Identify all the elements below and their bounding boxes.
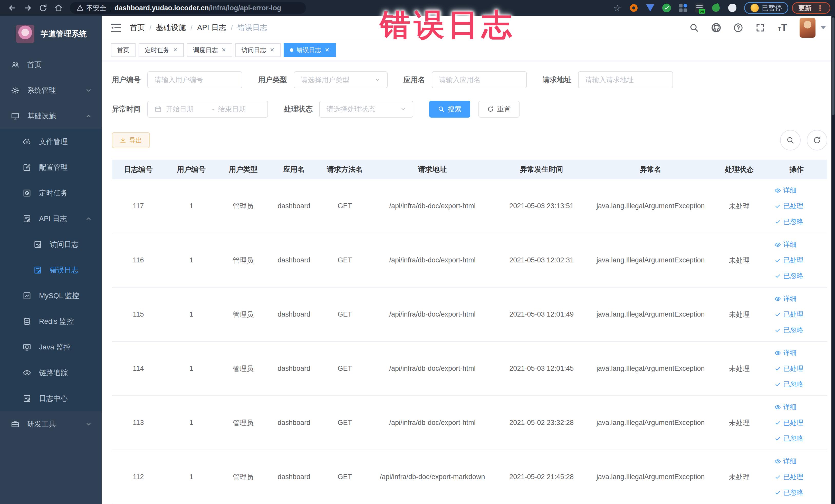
extension-paw-icon[interactable] [727,3,737,13]
sidebar-item-14[interactable]: 研发工具 [0,411,102,437]
browser-menu-icon[interactable]: ⋮ [816,4,824,13]
log-icon [23,215,39,223]
home-icon[interactable] [53,2,64,14]
sidebar-fold-icon[interactable] [111,23,121,32]
sidebar-item-12[interactable]: 链路追踪 [0,360,102,386]
hide-search-button[interactable] [780,130,801,150]
reload-icon[interactable] [38,2,49,14]
processed-link[interactable]: 已处理 [774,472,803,481]
table-toolbar: 导出 [112,130,827,150]
log-icon [33,240,50,249]
user-avatar[interactable] [799,18,815,38]
search-icon [438,106,445,113]
bookmark-star-icon[interactable]: ☆ [612,3,623,13]
processed-link[interactable]: 已处理 [774,256,803,265]
ignored-link[interactable]: 已忽略 [774,326,803,335]
cell-url: /api/infra/db-doc/export-markdown [370,473,495,481]
github-icon[interactable] [710,22,722,34]
cell-app: dashboard [268,310,319,318]
sidebar-item-13[interactable]: 日志中心 [0,386,102,411]
table-row: 1121管理员dashboardGET/api/infra/db-doc/exp… [112,450,827,504]
extension-leaf-icon[interactable] [711,3,721,13]
extension-onoff-icon[interactable] [694,3,705,13]
tab-4[interactable]: 错误日志✕ [284,43,335,57]
forward-icon[interactable] [22,2,33,14]
address-bar[interactable]: 不安全 dashboard.yudao.iocoder.cn /infra/lo… [70,2,306,14]
cell-method: GET [319,365,370,372]
date-range-input[interactable]: 开始日期 - 结束日期 [147,101,268,118]
user-type-select[interactable]: 请选择用户类型 [294,72,388,88]
close-icon[interactable]: ✕ [325,47,329,54]
reset-button[interactable]: 重置 [478,101,520,118]
processed-link[interactable]: 已处理 [774,202,803,210]
help-icon[interactable] [732,22,744,34]
cell-status: 未处理 [713,202,766,211]
scrollbar-thumb[interactable] [832,18,834,115]
processed-link[interactable]: 已处理 [774,418,803,427]
header-search-icon[interactable] [688,22,700,34]
fullscreen-icon[interactable] [754,22,766,34]
avatar-dropdown-icon[interactable] [821,26,826,29]
request-url-input[interactable] [578,72,673,88]
breadcrumb: 首页 / 基础设施 / API 日志 / 错误日志 [130,23,267,33]
detail-link[interactable]: 详细 [774,457,796,466]
sidebar-item-11[interactable]: Java 监控 [0,334,102,360]
back-icon[interactable] [7,2,18,14]
ignored-link[interactable]: 已忽略 [774,488,803,497]
close-icon[interactable]: ✕ [270,47,274,54]
sidebar-item-3[interactable]: 文件管理 [0,129,102,155]
export-button[interactable]: 导出 [112,132,150,148]
breadcrumb-infra[interactable]: 基础设施 [156,23,186,33]
sidebar-item-10[interactable]: Redis 监控 [0,309,102,334]
security-label[interactable]: 不安全 [86,4,106,13]
sidebar-item-0[interactable]: 首页 [0,52,102,78]
processed-link[interactable]: 已处理 [774,310,803,319]
detail-link[interactable]: 详细 [774,348,796,357]
extension-grid-icon[interactable] [678,3,688,13]
ignored-link[interactable]: 已忽略 [774,434,803,443]
search-toggle-icon [786,136,794,144]
sidebar-item-4[interactable]: 配置管理 [0,155,102,180]
extension-shield-icon[interactable] [645,3,655,13]
extension-check-icon[interactable]: ✓ [661,3,672,13]
sidebar-item-7[interactable]: 访问日志 [0,231,102,257]
close-icon[interactable]: ✕ [221,47,226,54]
detail-link[interactable]: 详细 [774,240,796,249]
breadcrumb-home[interactable]: 首页 [130,23,145,33]
ignored-link[interactable]: 已忽略 [774,380,803,389]
detail-link[interactable]: 详细 [774,186,796,195]
close-icon[interactable]: ✕ [173,47,178,54]
detail-link[interactable]: 详细 [774,403,796,411]
tab-3[interactable]: 访问日志✕ [236,43,281,57]
profile-paused-badge[interactable]: 已暂停 [744,2,788,14]
font-size-icon[interactable]: TT [776,22,788,34]
process-status-select[interactable]: 请选择处理状态 [319,101,413,118]
sidebar-item-9[interactable]: MySQL 监控 [0,283,102,309]
search-button[interactable]: 搜索 [429,101,470,118]
chrome-update-button[interactable]: 更新 ⋮ [792,2,830,14]
tab-1[interactable]: 定时任务✕ [139,43,184,57]
extension-orange-icon[interactable] [629,3,639,13]
profile-emoji-icon [751,4,759,12]
breadcrumb-api-log[interactable]: API 日志 [197,23,226,33]
sidebar-item-8[interactable]: 错误日志 [0,257,102,283]
sidebar-item-1[interactable]: 系统管理 [0,78,102,103]
ignored-link[interactable]: 已忽略 [774,271,803,280]
tab-0[interactable]: 首页 [111,43,136,57]
sidebar-item-2[interactable]: 基础设施 [0,103,102,129]
sidebar-item-6[interactable]: API 日志 [0,206,102,231]
sidebar-logo-row[interactable]: 芋道管理系统 [0,16,102,52]
sidebar-item-5[interactable]: 定时任务 [0,180,102,206]
app-logo [16,25,34,43]
cell-id: 112 [112,473,165,481]
refresh-table-button[interactable] [807,130,827,150]
security-warning-icon[interactable] [77,4,84,12]
app-name-input[interactable] [432,72,527,88]
processed-link[interactable]: 已处理 [774,364,803,373]
cell-time: 2021-05-03 12:01:49 [495,310,588,318]
detail-link[interactable]: 详细 [774,294,796,303]
page-scrollbar[interactable] [831,16,835,504]
ignored-link[interactable]: 已忽略 [774,217,803,226]
user-id-input[interactable] [147,72,242,88]
tab-2[interactable]: 调度日志✕ [187,43,232,57]
